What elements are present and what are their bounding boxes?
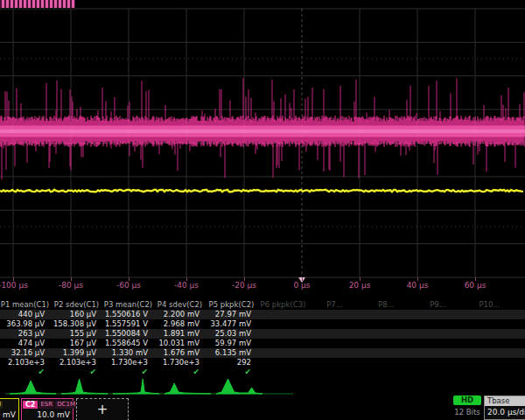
hd-bits-label: 12 Bits <box>450 408 485 416</box>
status-empty <box>465 368 516 377</box>
table-cell <box>413 329 465 339</box>
table-cell: 158.308 µV <box>52 319 103 329</box>
table-cell: 6.135 mV <box>206 348 258 358</box>
status-check-icon: ✔ <box>0 368 52 377</box>
plus-icon: + <box>97 402 108 417</box>
histicon-P3 <box>113 379 159 394</box>
timebase-value: 20.0 µs/div <box>485 406 525 416</box>
table-cell <box>258 358 310 368</box>
channel-descriptor-c2[interactable]: C2 ESR DC1M 10.0 mV <box>21 398 74 420</box>
table-cell: 2.200 mV <box>155 310 206 319</box>
table-cell <box>413 310 465 319</box>
table-cell: 1.550084 V <box>103 329 155 339</box>
table-cell: 1.557591 V <box>103 319 155 329</box>
table-cell: 27.97 mV <box>206 310 258 319</box>
table-cell: 1.550616 V <box>103 310 155 319</box>
add-trace-button[interactable]: + <box>76 398 129 420</box>
table-cell <box>258 329 310 339</box>
table-cell <box>465 319 516 329</box>
time-axis-label: 60 µs <box>465 281 486 290</box>
hd-mode-badge[interactable]: HD <box>453 396 481 405</box>
table-cell: 25.03 mV <box>206 329 258 339</box>
param-header-P9[interactable]: P9... <box>413 300 465 310</box>
param-header-P10[interactable]: P10... <box>465 300 516 310</box>
table-cell: 1.558645 V <box>103 339 155 348</box>
c2-scale-value: 10.0 mV <box>22 410 73 419</box>
status-empty <box>258 368 310 377</box>
table-cell <box>310 348 361 358</box>
time-axis-label: -60 µs <box>116 281 141 290</box>
table-cell <box>361 358 413 368</box>
table-cell: 474 µV <box>0 339 52 348</box>
table-cell: 10.031 mV <box>155 339 206 348</box>
c1-scale-value: 10.0 mV <box>0 410 18 419</box>
table-cell <box>258 319 310 329</box>
time-axis-label: 0 µs <box>293 281 310 290</box>
table-cell <box>310 310 361 319</box>
table-cell: 1.399 µV <box>52 348 103 358</box>
param-header-P3[interactable]: P3 mean(C2) <box>103 300 155 310</box>
measure-table: P1 mean(C1)P2 sdev(C1)P3 mean(C2)P4 sdev… <box>0 300 525 377</box>
c2-esr-badge: ESR <box>38 401 54 409</box>
table-cell <box>413 358 465 368</box>
table-cell: 440 µV <box>0 310 52 319</box>
timebase-label: Tbase <box>485 396 525 406</box>
table-cell <box>361 329 413 339</box>
histicon-P4 <box>164 383 211 394</box>
histicon-P1 <box>10 381 56 394</box>
status-check-icon: ✔ <box>103 368 155 377</box>
table-cell <box>465 310 516 319</box>
table-cell: 32.16 µV <box>0 348 52 358</box>
time-axis-label: -80 µs <box>59 281 83 290</box>
table-cell <box>310 358 361 368</box>
param-header-P1[interactable]: P1 mean(C1) <box>0 300 52 310</box>
channel-descriptor-c1[interactable]: C1 DC1M 10.0 mV <box>0 398 19 420</box>
table-cell <box>413 348 465 358</box>
table-cell <box>413 339 465 348</box>
time-axis: -100 µs-80 µs-60 µs-40 µs-20 µs0 µs20 µs… <box>0 279 525 291</box>
status-empty <box>413 368 465 377</box>
param-header-P2[interactable]: P2 sdev(C1) <box>52 300 103 310</box>
time-axis-label: -100 µs <box>0 281 28 290</box>
c2-coupling-badge: DC1M <box>55 401 77 409</box>
histicon-row <box>5 379 293 394</box>
table-cell <box>465 329 516 339</box>
table-cell <box>310 329 361 339</box>
table-cell <box>465 339 516 348</box>
table-cell: 2.103e+3 <box>52 358 103 368</box>
table-cell: 160 µV <box>52 310 103 319</box>
table-cell <box>413 319 465 329</box>
table-cell <box>310 319 361 329</box>
table-cell <box>361 339 413 348</box>
table-cell: 2.968 mV <box>155 319 206 329</box>
c2-label-badge: C2 <box>23 401 38 409</box>
time-axis-label: -20 µs <box>232 281 256 290</box>
table-cell: 1.330 mV <box>103 348 155 358</box>
c1-coupling-badge: DC1M <box>0 401 3 409</box>
oscilloscope-screen: -100 µs-80 µs-60 µs-40 µs-20 µs0 µs20 µs… <box>0 0 525 420</box>
param-header-P4[interactable]: P4 sdev(C2) <box>155 300 206 310</box>
table-cell <box>361 310 413 319</box>
table-cell <box>258 339 310 348</box>
table-cell: 263 µV <box>0 329 52 339</box>
table-cell: 363.98 µV <box>0 319 52 329</box>
param-header-P7[interactable]: P7... <box>310 300 361 310</box>
table-cell: 1.676 mV <box>155 348 206 358</box>
table-cell <box>465 358 516 368</box>
table-cell: 2.103e+3 <box>0 358 52 368</box>
table-cell <box>310 339 361 348</box>
status-empty <box>310 368 361 377</box>
time-axis-label: 20 µs <box>349 281 371 290</box>
param-header-P8[interactable]: P8... <box>361 300 413 310</box>
table-cell: 1.730e+3 <box>103 358 155 368</box>
table-cell: 1.730e+3 <box>155 358 206 368</box>
table-cell <box>258 310 310 319</box>
table-cell: 33.477 mV <box>206 319 258 329</box>
histicon-P2 <box>61 379 108 394</box>
timebase-descriptor[interactable]: Tbase 20.0 µs/div <box>484 396 525 420</box>
param-header-P6[interactable]: P6 pkpk(C3) <box>258 300 310 310</box>
time-axis-label: 40 µs <box>407 281 429 290</box>
param-header-P5[interactable]: P5 pkpk(C2) <box>206 300 258 310</box>
status-empty <box>361 368 413 377</box>
table-cell <box>361 348 413 358</box>
